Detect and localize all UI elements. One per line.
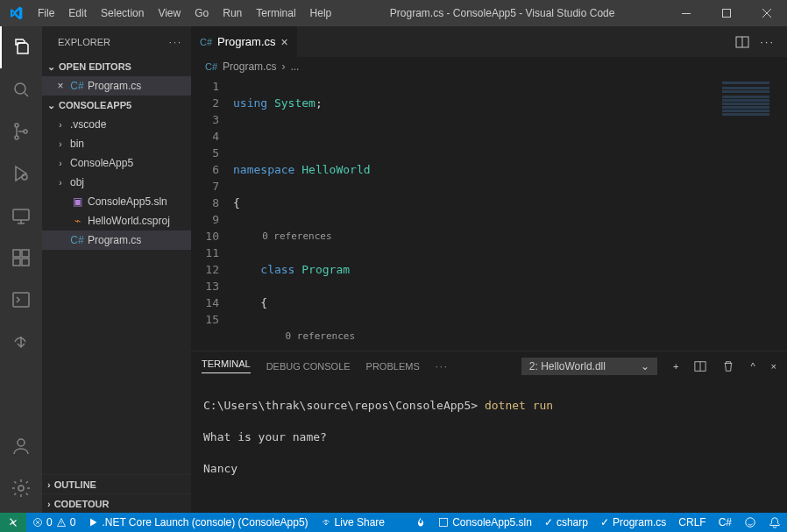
menu-go[interactable]: Go bbox=[188, 0, 216, 26]
remote-indicator[interactable] bbox=[0, 513, 26, 532]
menu-help[interactable]: Help bbox=[303, 0, 339, 26]
minimize-button[interactable] bbox=[666, 0, 706, 26]
svg-rect-1 bbox=[723, 10, 731, 18]
close-tab-icon[interactable]: × bbox=[281, 35, 288, 49]
folder-consoleapp5[interactable]: ›ConsoleApp5 bbox=[42, 153, 191, 173]
status-notifications-icon[interactable] bbox=[762, 513, 787, 532]
tab-programcs[interactable]: C# Program.cs × bbox=[191, 26, 297, 57]
svg-rect-8 bbox=[13, 250, 20, 257]
open-editor-item[interactable]: × C# Program.cs bbox=[42, 76, 191, 96]
code-editor[interactable]: using System; namespace HelloWorld { 0 r… bbox=[233, 76, 717, 351]
more-actions-icon[interactable]: ··· bbox=[760, 35, 775, 48]
share-icon[interactable] bbox=[0, 321, 42, 363]
remote-explorer-icon[interactable] bbox=[0, 195, 42, 237]
maximize-panel-icon[interactable]: ^ bbox=[750, 361, 755, 372]
file-csproj[interactable]: ⌁HelloWorld.csproj bbox=[42, 211, 191, 231]
workspace-header[interactable]: ⌄ CONSOLEAPP5 bbox=[42, 96, 191, 115]
menu-bar: File Edit Selection View Go Run Terminal… bbox=[31, 0, 338, 26]
bottom-panel: TERMINAL DEBUG CONSOLE PROBLEMS ··· 2: H… bbox=[191, 351, 787, 513]
svg-point-3 bbox=[15, 124, 18, 127]
file-programcs[interactable]: C#Program.cs bbox=[42, 231, 191, 250]
menu-edit[interactable]: Edit bbox=[61, 0, 94, 26]
panel-tab-problems[interactable]: PROBLEMS bbox=[366, 361, 420, 372]
open-editors-header[interactable]: ⌄ OPEN EDITORS bbox=[42, 57, 191, 76]
status-csharp[interactable]: ✓ csharp bbox=[538, 513, 594, 532]
menu-selection[interactable]: Selection bbox=[94, 0, 151, 26]
status-language[interactable]: C# bbox=[713, 513, 738, 532]
split-editor-icon[interactable] bbox=[735, 35, 749, 49]
settings-gear-icon[interactable] bbox=[0, 467, 42, 509]
svg-point-13 bbox=[18, 439, 25, 446]
chevron-right-icon: › bbox=[54, 159, 67, 168]
svg-point-4 bbox=[15, 136, 18, 139]
menu-run[interactable]: Run bbox=[216, 0, 249, 26]
chevron-right-icon: › bbox=[54, 120, 67, 130]
chevron-right-icon: › bbox=[54, 139, 67, 149]
panel-tab-debug-console[interactable]: DEBUG CONSOLE bbox=[266, 361, 351, 372]
chevron-right-icon: › bbox=[54, 178, 67, 188]
terminal-output[interactable]: C:\Users\thrak\source\repos\ConsoleApp5>… bbox=[191, 380, 787, 513]
folder-vscode[interactable]: ›.vscode bbox=[42, 115, 191, 134]
svg-rect-12 bbox=[13, 293, 29, 307]
close-button[interactable] bbox=[747, 0, 787, 26]
svg-rect-0 bbox=[682, 13, 691, 14]
window-title: Program.cs - ConsoleApp5 - Visual Studio… bbox=[338, 7, 666, 19]
codetour-header[interactable]: ›CODETOUR bbox=[42, 493, 191, 513]
csharp-file-icon: C# bbox=[205, 61, 217, 72]
sidebar-title: EXPLORER bbox=[58, 37, 110, 47]
csproj-file-icon: ⌁ bbox=[70, 215, 84, 227]
svg-rect-10 bbox=[13, 259, 20, 266]
svg-rect-11 bbox=[22, 259, 29, 266]
breadcrumb[interactable]: C# Program.cs › ... bbox=[191, 57, 787, 76]
vscode-icon bbox=[0, 6, 31, 20]
outline-header[interactable]: ›OUTLINE bbox=[42, 474, 191, 493]
terminal-selector[interactable]: 2: HelloWorld.dll⌄ bbox=[521, 358, 657, 375]
accounts-icon[interactable] bbox=[0, 425, 42, 467]
panel-tab-terminal[interactable]: TERMINAL bbox=[202, 358, 251, 373]
status-sln[interactable]: ConsoleApp5.sln bbox=[432, 513, 538, 532]
svg-point-19 bbox=[746, 518, 755, 528]
status-bar: 0 0 .NET Core Launch (console) (ConsoleA… bbox=[0, 513, 787, 532]
source-control-icon[interactable] bbox=[0, 110, 42, 153]
svg-point-2 bbox=[15, 83, 25, 94]
folder-obj[interactable]: ›obj bbox=[42, 173, 191, 192]
status-file[interactable]: ✓ Program.cs bbox=[594, 513, 672, 532]
svg-point-14 bbox=[18, 486, 24, 491]
chevron-right-icon: › bbox=[47, 499, 51, 509]
status-errors[interactable]: 0 0 bbox=[26, 513, 82, 532]
titlebar: File Edit Selection View Go Run Terminal… bbox=[0, 0, 787, 26]
status-liveshare[interactable]: Live Share bbox=[315, 513, 391, 532]
close-panel-icon[interactable]: × bbox=[771, 361, 776, 372]
folder-bin[interactable]: ›bin bbox=[42, 134, 191, 153]
explorer-icon[interactable] bbox=[0, 26, 42, 68]
new-terminal-icon[interactable]: + bbox=[673, 361, 678, 372]
file-sln[interactable]: ▣ConsoleApp5.sln bbox=[42, 192, 191, 211]
extensions-icon[interactable] bbox=[0, 237, 42, 279]
status-flame[interactable] bbox=[409, 513, 432, 532]
editor-tabs: C# Program.cs × ··· bbox=[191, 26, 787, 57]
svg-rect-9 bbox=[22, 250, 29, 257]
close-icon[interactable]: × bbox=[54, 80, 67, 92]
svg-rect-18 bbox=[440, 519, 448, 527]
terminal-panel-icon[interactable] bbox=[0, 279, 42, 321]
csharp-file-icon: C# bbox=[70, 234, 84, 246]
split-terminal-icon[interactable] bbox=[694, 360, 706, 372]
minimap[interactable] bbox=[717, 76, 787, 351]
status-eol[interactable]: CRLF bbox=[672, 513, 712, 532]
svg-point-5 bbox=[24, 130, 27, 133]
status-feedback-icon[interactable] bbox=[738, 513, 762, 532]
panel-more-icon[interactable]: ··· bbox=[436, 361, 449, 372]
sidebar-more-icon[interactable]: ··· bbox=[169, 37, 182, 47]
chevron-right-icon: › bbox=[47, 479, 51, 490]
kill-terminal-icon[interactable] bbox=[722, 360, 734, 372]
maximize-button[interactable] bbox=[706, 0, 747, 26]
menu-terminal[interactable]: Terminal bbox=[249, 0, 302, 26]
status-launch-config[interactable]: .NET Core Launch (console) (ConsoleApp5) bbox=[82, 513, 314, 532]
menu-file[interactable]: File bbox=[31, 0, 61, 26]
chevron-down-icon: ⌄ bbox=[47, 100, 55, 111]
run-debug-icon[interactable] bbox=[0, 153, 42, 195]
svg-rect-7 bbox=[13, 209, 29, 220]
chevron-down-icon: ⌄ bbox=[641, 360, 649, 372]
menu-view[interactable]: View bbox=[151, 0, 188, 26]
search-icon[interactable] bbox=[0, 68, 42, 110]
